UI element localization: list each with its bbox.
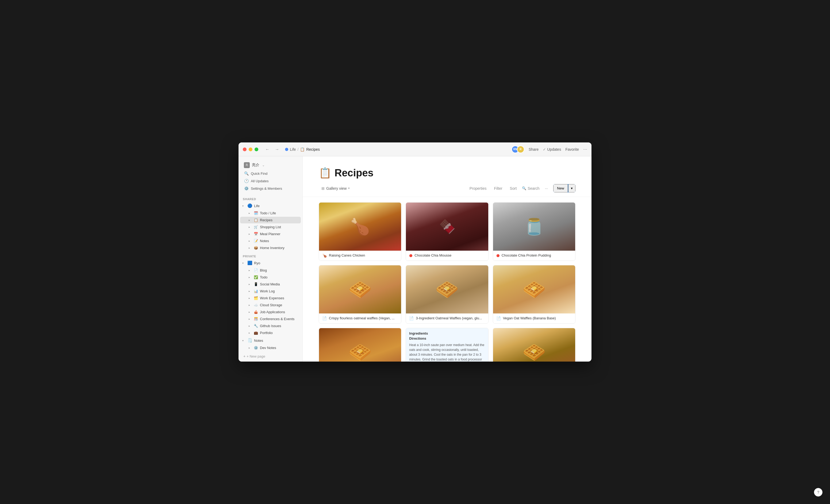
todo-life-label: Todo / Life	[260, 211, 276, 215]
job-applications-label: Job Applications	[260, 310, 285, 314]
todo-life-icon: 🗓️	[254, 211, 258, 215]
search-area[interactable]: 🔍 Search	[522, 186, 539, 191]
notes-shared-icon: 📝	[254, 239, 258, 243]
portfolio-label: Portfolio	[260, 331, 273, 335]
sidebar-group-header-notes[interactable]: ▾ 🗒️ Notes	[240, 337, 301, 344]
sidebar-item-job-applications[interactable]: ▸ 🎪 Job Applications	[240, 309, 301, 315]
gallery-card-berry-waffle[interactable]	[493, 328, 575, 362]
meal-planner-icon: 📅	[254, 232, 258, 236]
work-expenses-icon: 🗂️	[254, 296, 258, 300]
chevron-right-icon: ▸	[249, 297, 252, 300]
social-media-icon: 📱	[254, 282, 258, 286]
share-button[interactable]: Share	[529, 147, 539, 152]
properties-button[interactable]: Properties	[468, 185, 489, 192]
card-image-choc-protein	[493, 203, 575, 251]
github-issues-icon: 🔧	[254, 324, 258, 328]
gallery-grid: 🍗 Raising Canes Chicken 🔴 Chocolate Chia…	[303, 197, 592, 362]
nav-buttons: ← →	[264, 146, 281, 153]
favorite-button[interactable]: Favorite	[565, 147, 579, 152]
help-button[interactable]: ?	[814, 488, 823, 497]
sidebar-item-github-issues[interactable]: ▸ 🔧 Github Issues	[240, 323, 301, 329]
job-applications-icon: 🎪	[254, 310, 258, 314]
chevron-right-icon: ▸	[249, 212, 252, 214]
shopping-list-label: Shopping List	[260, 225, 281, 229]
maximize-button[interactable]	[255, 147, 258, 151]
breadcrumb-parent[interactable]: Life	[290, 147, 296, 152]
sidebar-item-conferences[interactable]: ▸ 🎊 Conferences & Events	[240, 315, 301, 322]
sidebar-item-blog[interactable]: ▸ 📄 Blog	[240, 267, 301, 274]
card-title-crispy-waffles: Crispy flourless oatmeal waffles (Vegan,…	[329, 316, 394, 321]
private-section-label: PRIVATE	[238, 251, 302, 259]
life-group-label: Life	[254, 204, 260, 208]
recipes-breadcrumb-icon: 📋	[300, 147, 305, 152]
notes-group-label: Notes	[254, 339, 263, 343]
gallery-card-raising-canes[interactable]: 🍗 Raising Canes Chicken	[319, 202, 402, 261]
sidebar-item-dev-notes[interactable]: ▸ ⚙️ Dev Notes	[240, 344, 301, 351]
card-image-3ing-waffles	[406, 265, 488, 313]
gallery-card-waffle-syrup[interactable]: 📄 Waffle with Syrup	[319, 328, 402, 362]
sidebar-item-todo-life[interactable]: ▸ 🗓️ Todo / Life	[240, 210, 301, 216]
sidebar-item-portfolio[interactable]: ▸ 💼 Portfolio	[240, 330, 301, 336]
quick-find-label: Quick Find	[251, 172, 267, 175]
all-updates-btn[interactable]: 🕐 All Updates	[242, 177, 299, 184]
breadcrumb: Life / 📋 Recipes	[285, 147, 320, 152]
card-type-icon: 🔴	[496, 254, 500, 257]
minimize-button[interactable]	[249, 147, 252, 151]
gallery-card-3ing-waffles[interactable]: 📄 3-Ingredient Oatmeal Waffles (vegan, g…	[406, 265, 488, 324]
sidebar-item-work-expenses[interactable]: ▸ 🗂️ Work Expenses	[240, 295, 301, 301]
sidebar-item-work-log[interactable]: ▸ 📊 Work Log	[240, 288, 301, 295]
sidebar-item-todo[interactable]: ▸ ✅ Todo	[240, 274, 301, 280]
sidebar-item-recipes[interactable]: ▸ 📋 Recipes	[240, 217, 301, 224]
sidebar-group-header-life[interactable]: ▾ 🔵 Life	[240, 202, 301, 209]
card-type-icon: 📄	[409, 316, 414, 321]
back-button[interactable]: ←	[264, 146, 271, 153]
sidebar-item-notes-shared[interactable]: ▸ 📝 Notes	[240, 238, 301, 244]
chevron-right-icon: ▸	[249, 290, 252, 293]
chevron-right-icon: ▸	[249, 325, 252, 327]
dev-notes-icon: ⚙️	[254, 346, 258, 350]
sidebar-item-social-media[interactable]: ▸ 📱 Social Media	[240, 281, 301, 288]
more-options-button[interactable]: ···	[583, 146, 587, 152]
settings-btn[interactable]: ⚙️ Settings & Members	[242, 184, 299, 192]
sidebar-group-life: ▾ 🔵 Life ▸ 🗓️ Todo / Life ▸ 📋 Recipes ▸ …	[238, 202, 302, 251]
gallery-card-vegan-waffles[interactable]: 📄 Vegan Oat Waffles (Banana Base)	[493, 265, 575, 324]
new-main-button[interactable]: New	[553, 184, 568, 192]
sidebar-group-notes-private: ▾ 🗒️ Notes ▸ ⚙️ Dev Notes	[238, 336, 302, 351]
sidebar-item-home-inventory[interactable]: ▸ 📦 Home Inventory	[240, 244, 301, 251]
close-button[interactable]	[243, 147, 247, 151]
card-text-body: Heat a 10-inch saute pan over medium hea…	[409, 343, 485, 362]
chevron-right-icon: ▸	[249, 219, 252, 222]
new-page-btn[interactable]: + + New page	[240, 352, 301, 360]
notes-shared-label: Notes	[260, 239, 269, 243]
forward-button[interactable]: →	[273, 146, 281, 153]
gallery-view-button[interactable]: ⊞ Gallery view ▾	[319, 185, 352, 192]
filter-button[interactable]: Filter	[492, 185, 504, 192]
sort-button[interactable]: Sort	[508, 185, 519, 192]
gallery-card-choc-mousse[interactable]: 🔴 Chocolate Chia Mousse	[406, 202, 488, 261]
gallery-card-ingredients[interactable]: Ingredients Directions Heat a 10-inch sa…	[406, 328, 488, 362]
new-dropdown-button[interactable]: ▾	[568, 184, 575, 192]
check-icon: ✓	[543, 147, 546, 152]
sidebar-user[interactable]: 亮 亮介 ⌄	[242, 161, 299, 170]
chevron-down-icon: ▾	[242, 262, 246, 265]
conferences-icon: 🎊	[254, 317, 258, 321]
sidebar-item-shopping-list[interactable]: ▸ 🛒 Shopping List	[240, 224, 301, 230]
quick-find-btn[interactable]: 🔍 Quick Find	[242, 170, 299, 177]
card-footer: 📄 Crispy flourless oatmeal waffles (Vega…	[319, 313, 401, 323]
gallery-card-choc-protein[interactable]: 🔴 Chocolate Chia Protein Pudding	[493, 202, 575, 261]
sidebar-item-cloud-storage[interactable]: ▸ ☁️ Cloud Storage	[240, 302, 301, 308]
card-text-label-ingredients: Ingredients	[409, 331, 485, 335]
main-layout: 亮 亮介 ⌄ 🔍 Quick Find 🕐 All Updates ⚙️ Set…	[238, 156, 592, 362]
toolbar-right: Properties Filter Sort 🔍 Search ··· New …	[468, 184, 575, 192]
card-type-icon: 🔴	[409, 254, 412, 257]
updates-button[interactable]: ✓ Updates	[543, 147, 561, 152]
sidebar-item-meal-planner[interactable]: ▸ 📅 Meal Planner	[240, 231, 301, 237]
app-window: ← → Life / 📋 Recipes RN R Share ✓ Update…	[238, 142, 592, 362]
more-toolbar-button[interactable]: ···	[543, 185, 550, 192]
avatar-2: R	[517, 146, 524, 153]
gallery-card-crispy-waffles[interactable]: 📄 Crispy flourless oatmeal waffles (Vega…	[319, 265, 402, 324]
notes-group-icon: 🗒️	[247, 338, 252, 343]
blog-icon: 📄	[254, 268, 258, 272]
github-issues-label: Github Issues	[260, 324, 281, 328]
sidebar-group-header-ryo[interactable]: ▾ 🟦 Ryo	[240, 259, 301, 267]
